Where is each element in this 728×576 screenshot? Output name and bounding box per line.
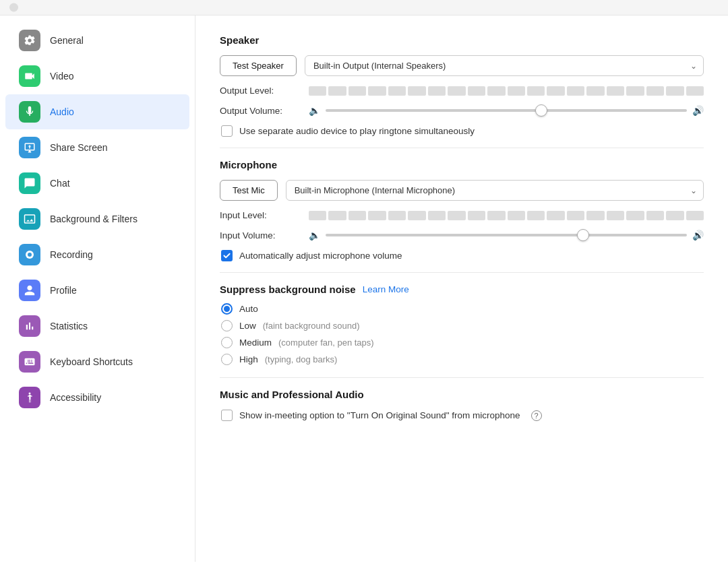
level-segment [408,86,425,96]
sidebar-item-sharescreen[interactable]: Share Screen [5,130,189,165]
statistics-icon [19,315,40,337]
radio-filled-auto[interactable] [221,303,233,315]
sidebar-item-label-keyboard: Keyboard Shortcuts [50,356,133,367]
level-segment [368,211,386,220]
radio-hint-low: (faint background sound) [263,321,360,331]
keyboard-icon [19,351,40,373]
radio-empty-medium[interactable] [221,337,233,348]
level-segment [309,211,326,220]
speaker-select-wrapper: Built-in Output (Internal Speakers)⌄ [305,55,704,76]
suppress-option-auto[interactable]: Auto [221,303,704,315]
sharescreen-icon [19,137,40,158]
separate-audio-checkbox[interactable] [221,125,233,137]
learn-more-link[interactable]: Learn More [363,284,409,294]
level-segment [547,86,564,96]
radio-empty-high[interactable] [221,354,233,365]
sidebar-item-keyboard[interactable]: Keyboard Shortcuts [5,344,189,379]
level-segment [309,86,326,96]
sidebar-item-recording[interactable]: Recording [5,237,189,272]
help-icon[interactable]: ? [531,410,542,421]
speaker-device-select[interactable]: Built-in Output (Internal Speakers) [305,55,704,76]
level-segment [567,86,584,96]
level-segment [607,86,624,96]
level-segment [646,86,664,96]
output-volume-slider[interactable] [326,109,687,112]
audio-icon [19,101,40,123]
sidebar-item-general[interactable]: General [5,23,189,58]
bgfilters-icon [19,208,40,230]
separate-audio-row: Use separate audio device to play ringto… [220,125,704,137]
sidebar-item-label-sharescreen: Share Screen [50,142,108,153]
auto-adjust-row: Automatically adjust microphone volume [220,250,704,261]
output-volume-label: Output Volume: [220,106,301,116]
suppress-option-low[interactable]: Low(faint background sound) [221,320,704,331]
radio-label-medium: Medium [239,338,272,348]
level-segment [368,86,386,96]
speaker-section-title: Speaker [220,34,704,46]
level-segment [646,211,664,220]
level-segment [626,86,644,96]
level-segment [508,211,525,220]
test-speaker-button[interactable]: Test Speaker [220,55,297,76]
input-level-bars [309,211,704,220]
auto-adjust-checkbox[interactable] [221,250,233,261]
input-volume-slider[interactable] [326,234,687,236]
output-level-label: Output Level: [220,86,301,96]
input-volume-row: Input Volume:🔈🔊 [220,230,704,241]
volume-min-icon: 🔈 [309,105,320,116]
divider-3 [220,377,704,378]
level-segment [686,86,704,96]
level-segment [328,211,346,220]
input-volume-min-icon: 🔈 [309,230,320,241]
output-volume-row: Output Volume:🔈🔊 [220,105,704,116]
suppress-noise-header: Suppress background noiseLearn More [220,284,704,295]
level-segment [428,86,446,96]
level-segment [448,86,465,96]
suppress-option-high[interactable]: High(typing, dog barks) [221,354,704,365]
level-segment [388,86,406,96]
sidebar-item-audio[interactable]: Audio [5,94,189,129]
sidebar-item-label-video: Video [50,71,74,82]
level-segment [567,211,584,220]
level-segment [508,86,525,96]
sidebar-item-profile[interactable]: Profile [5,273,189,308]
sidebar-item-accessibility[interactable]: Accessibility [5,380,189,415]
speaker-device-row: Test SpeakerBuilt-in Output (Internal Sp… [220,55,704,76]
profile-icon [19,280,40,301]
window-control-dot[interactable] [9,3,18,12]
level-segment [487,86,505,96]
auto-adjust-label: Automatically adjust microphone volume [239,251,402,261]
divider-2 [220,272,704,273]
level-segment [468,86,485,96]
input-volume-max-icon: 🔊 [692,230,704,241]
sidebar-item-video[interactable]: Video [5,59,189,94]
svg-point-1 [28,253,32,257]
level-segment [527,86,545,96]
radio-empty-low[interactable] [221,320,233,331]
level-segment [468,211,485,220]
original-sound-checkbox[interactable] [221,410,233,421]
original-sound-row: Show in-meeting option to "Turn On Origi… [220,410,704,421]
accessibility-icon [19,387,40,408]
app-body: GeneralVideoAudioShare ScreenChatBackgro… [0,15,728,562]
output-volume-slider-container: 🔈🔊 [309,105,704,116]
suppress-option-medium[interactable]: Medium(computer fan, pen taps) [221,337,704,348]
test-mic-button[interactable]: Test Mic [220,180,278,201]
divider-1 [220,148,704,148]
radio-label-low: Low [239,321,256,331]
microphone-section-title: Microphone [220,159,704,170]
level-segment [626,211,644,220]
level-segment [527,211,545,220]
video-icon [19,65,40,87]
sidebar-item-bgfilters[interactable]: Background & Filters [5,201,189,236]
mic-device-select[interactable]: Built-in Microphone (Internal Microphone… [286,180,704,201]
input-level-label: Input Level: [220,210,301,220]
sidebar-item-statistics[interactable]: Statistics [5,309,189,344]
level-segment [348,86,366,96]
level-segment [348,211,366,220]
input-volume-label: Input Volume: [220,230,301,241]
sidebar-item-chat[interactable]: Chat [5,166,189,201]
recording-icon [19,244,40,265]
level-segment [547,211,564,220]
mic-select-wrapper: Built-in Microphone (Internal Microphone… [286,180,704,201]
